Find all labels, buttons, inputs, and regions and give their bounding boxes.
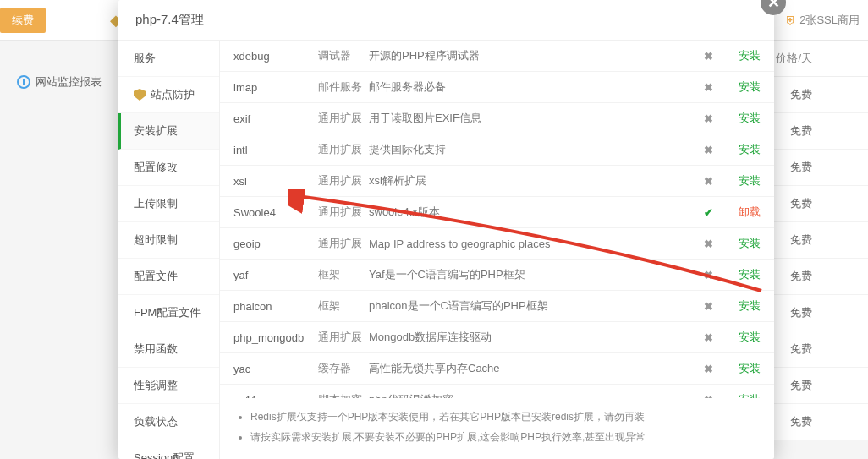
extension-row: xsl通用扩展xsl解析扩展✖安装 xyxy=(220,166,774,197)
ext-action-link[interactable]: 卸载 xyxy=(739,205,761,218)
sidebar-item-config[interactable]: 配置修改 xyxy=(118,150,219,186)
ext-type: 缓存器 xyxy=(318,361,369,376)
ext-type: 脚本加密 xyxy=(318,392,369,398)
ext-action-link[interactable]: 安装 xyxy=(739,49,761,62)
sidebar-item-session[interactable]: Session配置 xyxy=(118,440,219,459)
ext-action-link[interactable]: 安装 xyxy=(739,237,761,249)
ext-status-icon: ✖ xyxy=(696,144,720,156)
ext-desc: phalcon是一个C语言编写的PHP框架 xyxy=(369,298,696,314)
sidebar-item-label: Session配置 xyxy=(134,451,195,459)
ext-name: xsl xyxy=(233,175,318,188)
ext-desc: Yaf是一个C语言编写的PHP框架 xyxy=(369,267,696,282)
sidebar-item-waf[interactable]: 站点防护 xyxy=(118,77,219,113)
ext-type: 框架 xyxy=(318,267,369,282)
sidebar-item-conf-file[interactable]: 配置文件 xyxy=(118,259,219,295)
ext-desc: 高性能无锁共享内存Cache xyxy=(369,361,696,376)
extension-row: php_mongodb通用扩展Mongodb数据库连接驱动✖安装 xyxy=(220,322,774,353)
sidebar-item-label: FPM配置文件 xyxy=(134,305,201,320)
ext-name: php_mongodb xyxy=(233,331,318,344)
sidebar-item-upload[interactable]: 上传限制 xyxy=(118,186,219,222)
ext-name: imap xyxy=(233,81,318,94)
ext-desc: 邮件服务器必备 xyxy=(369,79,696,95)
close-icon: ✕ xyxy=(767,0,780,12)
ext-status-icon: ✔ xyxy=(696,206,720,219)
ext-desc: Mongodb数据库连接驱动 xyxy=(369,330,696,345)
sidebar-item-fpm-conf[interactable]: FPM配置文件 xyxy=(118,295,219,331)
ext-type: 通用扩展 xyxy=(318,205,369,220)
ext-name: yac xyxy=(233,363,318,375)
ext-type: 通用扩展 xyxy=(318,236,369,251)
ext-name: yaf xyxy=(233,269,318,281)
ext-action-link[interactable]: 安装 xyxy=(739,362,761,374)
ext-desc: 用于读取图片EXIF信息 xyxy=(369,111,696,126)
sidebar-item-label: 配置文件 xyxy=(134,269,178,284)
ext-status-icon: ✖ xyxy=(696,300,720,313)
ext-status-icon: ✖ xyxy=(696,363,720,375)
extension-row: geoip通用扩展Map IP address to geographic pl… xyxy=(220,228,774,260)
sidebar-item-label: 禁用函数 xyxy=(134,342,178,357)
ext-desc: xsl解析扩展 xyxy=(369,173,696,189)
ext-status-icon: ✖ xyxy=(696,331,720,344)
sidebar-item-load[interactable]: 负载状态 xyxy=(118,404,219,440)
sidebar-item-label: 超时限制 xyxy=(134,232,178,248)
ext-action-link[interactable]: 安装 xyxy=(739,143,761,156)
sidebar-item-label: 上传限制 xyxy=(134,196,178,211)
ext-name: geoip xyxy=(233,238,318,250)
note-item: Redis扩展仅支持一个PHP版本安装使用，若在其它PHP版本已安装redis扩… xyxy=(250,407,759,427)
extension-row: Swoole4通用扩展swoole4.x版本✔卸载 xyxy=(220,197,774,228)
ext-type: 调试器 xyxy=(318,48,369,63)
sidebar-item-label: 配置修改 xyxy=(134,160,178,175)
ext-type: 通用扩展 xyxy=(318,111,369,126)
sidebar-item-label: 服务 xyxy=(134,51,156,66)
extension-list[interactable]: xdebug调试器开源的PHP程序调试器✖安装imap邮件服务邮件服务器必备✖安… xyxy=(220,41,774,398)
sidebar-item-install[interactable]: 安装扩展 xyxy=(118,113,219,150)
extension-row: imap邮件服务邮件服务器必备✖安装 xyxy=(220,72,774,103)
extension-row: xdebug调试器开源的PHP程序调试器✖安装 xyxy=(220,41,774,72)
dialog-title: php-7.4管理 xyxy=(118,0,774,41)
sidebar-item-disabled[interactable]: 禁用函数 xyxy=(118,331,219,368)
ext-desc: php代码混淆加密 xyxy=(369,392,696,398)
ext-status-icon: ✖ xyxy=(696,112,720,125)
ext-action-link[interactable]: 安装 xyxy=(739,299,761,312)
ext-status-icon: ✖ xyxy=(696,269,720,281)
ext-action-link[interactable]: 安装 xyxy=(739,268,761,281)
sidebar-item-timeout[interactable]: 超时限制 xyxy=(118,222,219,259)
ext-action-link[interactable]: 安装 xyxy=(739,80,761,93)
ext-action-link[interactable]: 安装 xyxy=(739,393,761,398)
ext-name: xdebug xyxy=(233,50,318,63)
ext-status-icon: ✖ xyxy=(696,238,720,250)
ext-type: 框架 xyxy=(318,298,369,314)
ext-status-icon: ✖ xyxy=(696,81,720,94)
ext-name: exif xyxy=(233,112,318,125)
sidebar-item-service[interactable]: 服务 xyxy=(118,41,219,77)
ext-name: intl xyxy=(233,144,318,156)
sidebar-item-label: 站点防护 xyxy=(151,87,195,102)
ext-status-icon: ✖ xyxy=(696,394,720,399)
note-item: 请按实际需求安装扩展,不要安装不必要的PHP扩展,这会影响PHP执行效率,甚至出… xyxy=(250,427,759,447)
ext-action-link[interactable]: 安装 xyxy=(739,331,761,343)
ext-action-link[interactable]: 安装 xyxy=(739,112,761,124)
ext-action-link[interactable]: 安装 xyxy=(739,174,761,187)
php-manage-dialog: ✕ php-7.4管理 服务站点防护安装扩展配置修改上传限制超时限制配置文件FP… xyxy=(118,0,774,459)
ext-type: 邮件服务 xyxy=(318,79,369,95)
ext-name: Swoole4 xyxy=(233,206,318,219)
extension-row: sg11脚本加密php代码混淆加密✖安装 xyxy=(220,385,774,398)
extension-row: phalcon框架phalcon是一个C语言编写的PHP框架✖安装 xyxy=(220,291,774,322)
ext-desc: swoole4.x版本 xyxy=(369,205,696,220)
ext-type: 通用扩展 xyxy=(318,142,369,157)
sidebar-item-label: 安装扩展 xyxy=(134,123,178,139)
sidebar-item-perf[interactable]: 性能调整 xyxy=(118,368,219,404)
notes-list: Redis扩展仅支持一个PHP版本安装使用，若在其它PHP版本已安装redis扩… xyxy=(220,398,774,459)
extension-row: yac缓存器高性能无锁共享内存Cache✖安装 xyxy=(220,353,774,385)
ext-name: sg11 xyxy=(233,394,318,399)
dialog-sidebar: 服务站点防护安装扩展配置修改上传限制超时限制配置文件FPM配置文件禁用函数性能调… xyxy=(118,41,220,459)
sidebar-item-label: 负载状态 xyxy=(134,414,178,429)
extension-row: intl通用扩展提供国际化支持✖安装 xyxy=(220,134,774,166)
extension-row: yaf框架Yaf是一个C语言编写的PHP框架✖安装 xyxy=(220,260,774,291)
ext-status-icon: ✖ xyxy=(696,50,720,63)
ext-desc: 开源的PHP程序调试器 xyxy=(369,48,696,63)
shield-icon xyxy=(134,89,146,101)
ext-type: 通用扩展 xyxy=(318,173,369,189)
ext-status-icon: ✖ xyxy=(696,175,720,188)
extension-row: exif通用扩展用于读取图片EXIF信息✖安装 xyxy=(220,103,774,134)
